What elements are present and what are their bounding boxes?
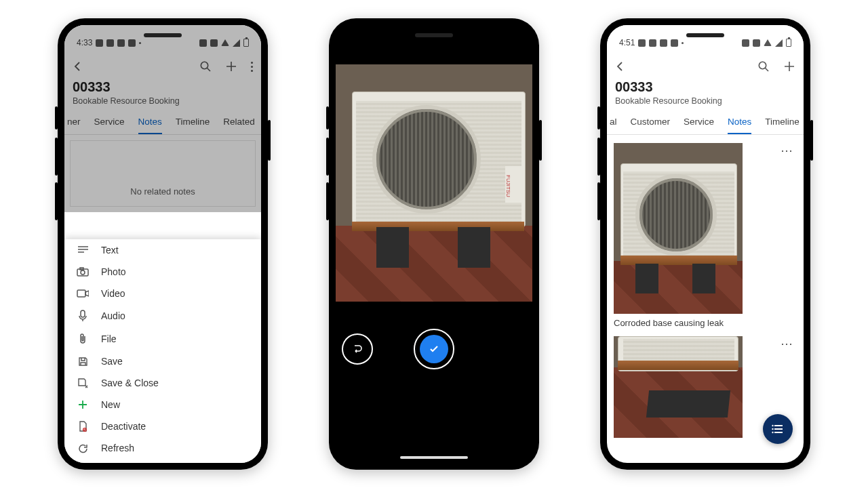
sheet-item-photo[interactable]: Photo bbox=[64, 261, 261, 283]
phone-mock-2: FUJITSU bbox=[329, 18, 539, 470]
camera-controls bbox=[336, 302, 532, 396]
search-icon[interactable] bbox=[757, 60, 770, 73]
page-title: 00333 bbox=[615, 79, 795, 95]
svg-rect-4 bbox=[77, 290, 85, 297]
add-button[interactable] bbox=[783, 60, 795, 73]
sheet-item-save-close[interactable]: Save & Close bbox=[64, 372, 261, 394]
note-card-1[interactable]: ⋯ bbox=[614, 143, 797, 314]
sheet-item-save[interactable]: Save bbox=[64, 350, 261, 372]
attachment-icon bbox=[77, 333, 89, 345]
svg-point-9 bbox=[772, 428, 773, 430]
sheet-item-text[interactable]: Text bbox=[64, 239, 261, 261]
svg-point-8 bbox=[772, 425, 773, 426]
text-icon bbox=[77, 245, 89, 255]
note-caption-1: Corroded base causing leak bbox=[614, 318, 797, 328]
signal-icon bbox=[775, 39, 783, 47]
refresh-icon bbox=[77, 443, 89, 453]
note-overflow-icon[interactable]: ⋯ bbox=[781, 143, 797, 314]
svg-point-10 bbox=[772, 432, 773, 433]
wifi-icon bbox=[764, 39, 772, 46]
svg-rect-5 bbox=[81, 310, 85, 317]
camera-confirm-button[interactable] bbox=[420, 335, 448, 363]
sheet-item-video[interactable]: Video bbox=[64, 283, 261, 304]
home-indicator[interactable] bbox=[400, 456, 468, 459]
note-photo-1 bbox=[614, 143, 743, 314]
page-header: 00333 Bookable Resource Booking bbox=[607, 51, 804, 110]
tab-service[interactable]: Service bbox=[684, 110, 714, 134]
sheet-item-audio[interactable]: Audio bbox=[64, 304, 261, 327]
status-time: 4:51 bbox=[619, 38, 635, 47]
sheet-item-refresh[interactable]: Refresh bbox=[64, 437, 261, 459]
sheet-item-file[interactable]: File bbox=[64, 327, 261, 350]
svg-point-7 bbox=[759, 62, 766, 68]
scrim-overlay[interactable] bbox=[64, 25, 261, 212]
note-photo-2 bbox=[614, 336, 743, 438]
save-close-icon bbox=[77, 378, 89, 388]
action-sheet: Text Photo Video Audio File Save bbox=[64, 239, 261, 463]
camera-retake-button[interactable] bbox=[342, 333, 373, 365]
battery-icon bbox=[786, 39, 791, 47]
tab-customer[interactable]: Customer bbox=[631, 110, 671, 134]
camera-viewfinder: FUJITSU bbox=[336, 64, 532, 302]
tab-bar: al Customer Service Notes Timeline bbox=[607, 110, 804, 135]
microphone-icon bbox=[77, 310, 89, 322]
svg-point-2 bbox=[81, 270, 85, 274]
sheet-item-deactivate[interactable]: Deactivate bbox=[64, 415, 261, 437]
video-icon bbox=[77, 289, 89, 298]
tab-timeline[interactable]: Timeline bbox=[765, 110, 800, 134]
sheet-item-new[interactable]: New bbox=[64, 394, 261, 415]
page-subtitle: Bookable Resource Booking bbox=[615, 96, 795, 106]
plus-icon bbox=[77, 400, 89, 409]
back-button[interactable] bbox=[615, 61, 626, 72]
phone-mock-1: 4:33 bbox=[58, 18, 268, 470]
phone-mock-3: 4:51 00333 bbox=[600, 18, 810, 470]
save-icon bbox=[77, 357, 89, 367]
status-bar: 4:51 bbox=[607, 25, 804, 51]
tab-notes[interactable]: Notes bbox=[728, 110, 751, 134]
deactivate-icon bbox=[77, 421, 89, 432]
tab-general-clip[interactable]: al bbox=[610, 110, 617, 134]
camera-icon bbox=[77, 267, 89, 277]
list-fab-button[interactable] bbox=[763, 414, 793, 444]
